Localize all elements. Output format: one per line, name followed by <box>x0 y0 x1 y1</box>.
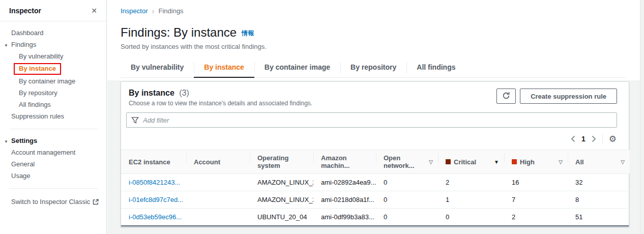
annotation-highlight-box: By instance <box>14 63 61 75</box>
sidebar-divider <box>9 188 98 189</box>
breadcrumb-inspector-link[interactable]: Inspector <box>121 7 148 15</box>
sidebar-item-account-management[interactable]: Account management <box>0 147 106 159</box>
refresh-button[interactable] <box>496 89 516 104</box>
findings-table-wrap: EC2 instance Account Operating system Am… <box>121 150 629 226</box>
main-content: Inspector › Findings Findings: By instan… <box>107 0 644 234</box>
table-header-row: EC2 instance Account Operating system Am… <box>121 150 630 174</box>
open-network-cell: 0 <box>376 191 438 209</box>
add-filter-input[interactable] <box>126 112 617 128</box>
account-cell <box>186 191 250 209</box>
sidebar-item-by-instance[interactable]: By instance <box>0 63 106 76</box>
sort-icon[interactable]: ▽ <box>619 159 625 165</box>
content-header: Inspector › Findings Findings: By instan… <box>107 0 644 80</box>
instance-link[interactable]: i-0d53eb59ec96... <box>121 209 186 226</box>
sidebar-item-dashboard[interactable]: Dashboard <box>0 27 106 39</box>
next-page-icon[interactable] <box>592 135 596 142</box>
sidebar-item-general[interactable]: General <box>0 159 106 170</box>
tab-by-repository[interactable]: By repository <box>340 58 406 77</box>
panel-description: Choose a row to view the instance's deta… <box>129 100 312 107</box>
by-instance-panel: By instance (3) Choose a row to view the… <box>121 81 629 227</box>
findings-table: EC2 instance Account Operating system Am… <box>121 150 630 225</box>
sort-descending-icon[interactable]: ▼ <box>492 159 499 165</box>
scrollbar[interactable] <box>640 0 644 234</box>
column-label: Open network... <box>384 154 427 169</box>
table-row[interactable]: i-0850f8421243... AMAZON_LINUX_2 ami-028… <box>121 174 630 191</box>
ami-cell: ami-0df99b3a83... <box>313 209 376 226</box>
sidebar-title: Inspector <box>9 7 41 15</box>
tab-bar: By vulnerability By instance By containe… <box>121 58 626 78</box>
high-count-cell: 7 <box>504 191 568 209</box>
sidebar: Inspector ✕ Dashboard ▼ Findings By vuln… <box>0 0 107 234</box>
column-header-operating-system[interactable]: Operating system <box>250 150 313 174</box>
column-label: Operating system <box>257 154 308 169</box>
sidebar-item-all-findings[interactable]: All findings <box>0 99 106 111</box>
sidebar-section-settings[interactable]: ▼ Settings <box>0 135 106 147</box>
open-network-cell: 0 <box>376 174 438 191</box>
info-link[interactable]: 情報 <box>242 29 254 38</box>
sidebar-section-findings[interactable]: ▼ Findings <box>0 39 106 51</box>
column-header-critical[interactable]: Critical▼ <box>438 150 504 174</box>
page-title: Findings: By instance <box>121 25 237 40</box>
high-count-cell: 2 <box>504 209 568 226</box>
sidebar-item-by-container-image[interactable]: By container image <box>0 76 106 87</box>
sidebar-item-usage[interactable]: Usage <box>0 170 106 182</box>
breadcrumb: Inspector › Findings <box>121 7 644 15</box>
switch-to-inspector-classic-link[interactable]: Switch to Inspector Classic <box>0 195 106 209</box>
tab-by-container-image[interactable]: By container image <box>254 58 340 77</box>
table-row[interactable]: i-0d53eb59ec96... UBUNTU_20_04 ami-0df99… <box>121 209 630 226</box>
critical-count-cell: 2 <box>438 174 504 191</box>
high-count-cell: 16 <box>504 174 568 191</box>
footer-link-label: Switch to Inspector Classic <box>11 198 90 206</box>
tab-all-findings[interactable]: All findings <box>406 58 465 77</box>
column-header-open-network[interactable]: Open network...▽ <box>376 150 438 174</box>
table-row[interactable]: i-01efc8d97c7ed... AMAZON_LINUX_2 ami-02… <box>121 191 630 209</box>
column-header-high[interactable]: High▽ <box>504 150 568 174</box>
critical-count-cell: 0 <box>438 209 504 226</box>
sidebar-item-by-vulnerability[interactable]: By vulnerability <box>0 51 106 63</box>
breadcrumb-current: Findings <box>158 7 183 15</box>
close-icon[interactable]: ✕ <box>91 7 97 14</box>
filter-funnel-icon <box>131 116 139 124</box>
os-cell: UBUNTU_20_04 <box>250 209 313 226</box>
account-cell <box>186 209 250 226</box>
refresh-icon <box>502 92 510 101</box>
instance-link[interactable]: i-0850f8421243... <box>121 174 186 191</box>
critical-count-cell: 1 <box>438 191 504 209</box>
chevron-right-icon: › <box>152 7 154 15</box>
all-count-cell: 32 <box>568 174 630 191</box>
gear-icon[interactable]: ⚙ <box>609 135 617 143</box>
account-cell <box>186 174 250 191</box>
column-label: Amazon machin... <box>321 154 371 169</box>
critical-severity-swatch <box>446 159 451 164</box>
column-header-ec2-instance[interactable]: EC2 instance <box>121 150 186 174</box>
panel-count: (3) <box>179 89 189 97</box>
sidebar-section-label: Settings <box>11 137 37 144</box>
os-cell: AMAZON_LINUX_2 <box>250 174 313 191</box>
ami-cell: ami-0218d08a1f... <box>313 191 376 209</box>
sort-icon[interactable]: ▽ <box>557 159 563 165</box>
column-label: High <box>520 158 535 166</box>
sidebar-item-suppression-rules[interactable]: Suppression rules <box>0 111 106 123</box>
page-number[interactable]: 1 <box>581 135 586 143</box>
create-suppression-rule-button[interactable]: Create suppression rule <box>520 89 617 104</box>
sidebar-nav: Dashboard ▼ Findings By vulnerability By… <box>0 21 106 209</box>
instance-link[interactable]: i-01efc8d97c7ed... <box>121 191 186 209</box>
pagination: 1 ⚙ <box>121 128 629 150</box>
chevron-down-icon: ▼ <box>4 42 8 49</box>
filter-box <box>126 112 617 128</box>
column-header-amazon-machine-image[interactable]: Amazon machin... <box>313 150 376 174</box>
tab-by-vulnerability[interactable]: By vulnerability <box>121 58 194 77</box>
panel-title: By instance <box>129 89 174 97</box>
sidebar-item-by-repository[interactable]: By repository <box>0 87 106 99</box>
page-subtitle: Sorted by instances with the most critic… <box>121 43 644 50</box>
column-header-all[interactable]: All▽ <box>568 150 630 174</box>
high-severity-swatch <box>512 159 517 164</box>
column-label: All <box>575 158 584 166</box>
tab-by-instance[interactable]: By instance <box>194 58 254 77</box>
column-label: EC2 instance <box>129 158 170 166</box>
sidebar-item-label: By instance <box>19 65 56 72</box>
sidebar-section-label: Findings <box>11 41 36 48</box>
previous-page-icon[interactable] <box>571 135 575 142</box>
sort-icon[interactable]: ▽ <box>427 159 433 165</box>
column-header-account[interactable]: Account <box>186 150 250 174</box>
